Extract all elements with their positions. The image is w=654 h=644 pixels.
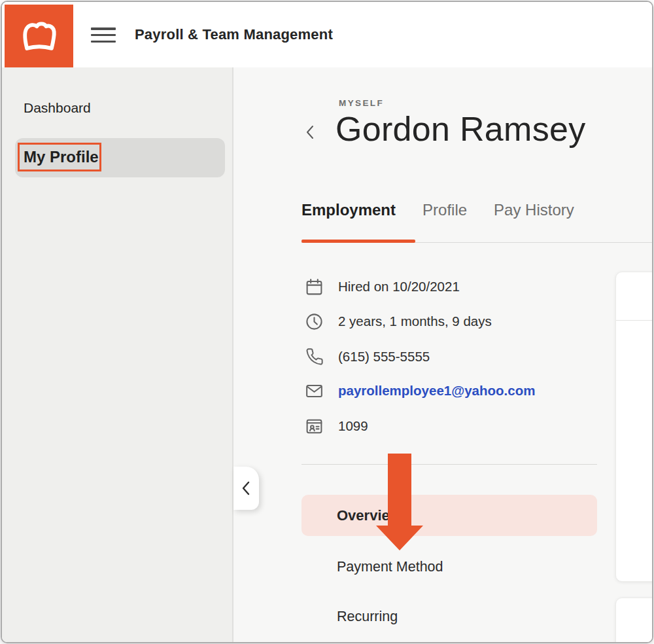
card-divider (616, 320, 653, 321)
section-item-recurring[interactable]: Recurring (337, 609, 398, 625)
detail-row-hire-date: Hired on 10/20/2021 (304, 276, 460, 298)
calendar-icon (304, 277, 324, 297)
hamburger-menu-icon[interactable] (91, 27, 116, 43)
main-content: MYSELF Gordon Ramsey Employment Profile … (233, 67, 652, 642)
tab-pay-history[interactable]: Pay History (494, 201, 574, 219)
hire-date-text: Hired on 10/20/2021 (338, 279, 460, 295)
envelope-icon (304, 381, 324, 401)
chevron-left-icon (240, 479, 253, 497)
side-panel-card (615, 272, 653, 582)
tab-profile[interactable]: Profile (422, 201, 467, 219)
sidebar-item-dashboard[interactable]: Dashboard (24, 100, 91, 116)
detail-row-email: payrollemployee1@yahoo.com (304, 380, 535, 402)
top-header: Payroll & Team Management (2, 2, 652, 67)
sidebar-item-label: My Profile (20, 148, 99, 166)
back-button[interactable] (303, 122, 320, 145)
bread-slice-icon (17, 14, 61, 58)
tab-bar: Employment Profile Pay History (301, 201, 574, 219)
id-card-icon (304, 416, 324, 437)
section-item-overview[interactable]: Overview (301, 495, 597, 536)
section-item-payment-method[interactable]: Payment Method (337, 559, 443, 575)
tab-employment[interactable]: Employment (301, 201, 396, 219)
tenure-text: 2 years, 1 months, 9 days (338, 313, 492, 329)
active-tab-indicator (301, 240, 415, 243)
phone-text: (615) 555-5555 (338, 349, 430, 365)
detail-row-tenure: 2 years, 1 months, 9 days (304, 310, 492, 332)
highlight-box-annotation: My Profile (18, 143, 101, 171)
detail-row-phone: (615) 555-5555 (304, 346, 430, 368)
phone-icon (304, 347, 324, 367)
clock-icon (304, 312, 324, 332)
sidebar: Dashboard My Profile (2, 67, 233, 642)
sidebar-item-my-profile[interactable]: My Profile (15, 138, 225, 177)
employee-name-heading: Gordon Ramsey (336, 109, 586, 149)
chevron-left-icon (303, 122, 317, 142)
employment-type-text: 1099 (338, 418, 368, 434)
toast-logo[interactable] (5, 5, 73, 67)
eyebrow-label: MYSELF (339, 98, 384, 108)
email-link[interactable]: payrollemployee1@yahoo.com (338, 383, 535, 399)
side-panel-card (615, 598, 653, 643)
sidebar-collapse-button[interactable] (233, 467, 259, 510)
detail-row-employment-type: 1099 (304, 415, 368, 437)
section-divider (301, 464, 597, 465)
app-window: Payroll & Team Management Dashboard My P… (1, 1, 653, 643)
page-title: Payroll & Team Management (135, 2, 333, 67)
section-label: Overview (301, 507, 401, 524)
